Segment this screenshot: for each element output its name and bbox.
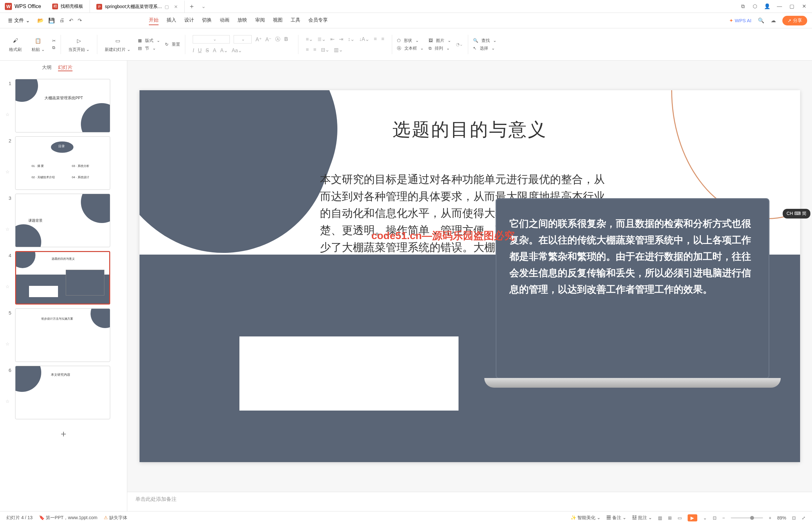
slide-viewport[interactable]: 选题的目的与意义 本文研究的目标是通过对各种功能单元进行最优的整合，从而达到对各… bbox=[127, 61, 812, 492]
align-center-button[interactable]: ≡ bbox=[381, 36, 384, 42]
align-right-button[interactable]: ≡ bbox=[306, 47, 309, 52]
menu-tab-animation[interactable]: 动画 bbox=[220, 16, 229, 25]
normal-view-icon[interactable]: ▥ bbox=[658, 515, 662, 521]
close-button[interactable]: ✕ bbox=[801, 3, 807, 10]
italic-button[interactable]: I bbox=[193, 48, 194, 53]
tab-template-store[interactable]: 稻 找稻壳模板 bbox=[46, 0, 90, 13]
font-color-button[interactable]: A⌄ bbox=[220, 47, 228, 53]
sorter-view-icon[interactable]: ⊞ bbox=[668, 515, 672, 521]
notes-area[interactable]: 单击此处添加备注 bbox=[127, 492, 812, 511]
copy-icon[interactable]: ⧉ bbox=[740, 3, 746, 10]
bullets-button[interactable]: ≡⌄ bbox=[306, 36, 313, 42]
undo-icon[interactable]: ↶ bbox=[69, 17, 73, 23]
copy-button[interactable]: ⧉ bbox=[52, 45, 56, 50]
valign-button[interactable]: ⊟⌄ bbox=[321, 47, 329, 53]
slide-canvas[interactable]: 选题的目的与意义 本文研究的目标是通过对各种功能单元进行最优的整合，从而达到对各… bbox=[139, 90, 800, 462]
thumbnail-3[interactable]: 课题背景 bbox=[15, 194, 110, 247]
share-button[interactable]: ↗分享 bbox=[782, 16, 807, 26]
zoom-level[interactable]: 89% bbox=[777, 515, 786, 521]
new-slide-button[interactable]: ▭ 新建幻灯片 ⌄ bbox=[102, 36, 133, 52]
template-source[interactable]: 🔖 第一PPT，www.1ppt.com bbox=[39, 515, 97, 521]
thumbnail-4[interactable]: 选题的目的与意义 bbox=[15, 251, 110, 305]
maximize-button[interactable]: ▢ bbox=[789, 3, 795, 10]
menu-tab-member[interactable]: 会员专享 bbox=[308, 16, 328, 25]
zoom-out-button[interactable]: − bbox=[723, 515, 725, 521]
menu-tab-transition[interactable]: 切换 bbox=[202, 16, 212, 25]
underline-button[interactable]: U bbox=[198, 48, 202, 53]
menu-tab-design[interactable]: 设计 bbox=[184, 16, 194, 25]
picture-button[interactable]: 🖼 图片 ⌄ bbox=[429, 38, 451, 44]
thumbnail-6[interactable]: 本文研究内容 bbox=[15, 366, 110, 419]
format-painter-button[interactable]: 🖌 格式刷 bbox=[6, 36, 24, 52]
slideshow-button[interactable]: ▶ bbox=[687, 514, 697, 521]
star-icon[interactable]: ☆ bbox=[5, 86, 11, 117]
thumbnail-2[interactable]: 目录 01 · 摘 要 03 · 系统分析 02 · 关键技术介绍 04 · 系… bbox=[15, 136, 110, 190]
redo-icon[interactable]: ↷ bbox=[78, 17, 82, 23]
star-icon[interactable]: ☆ bbox=[5, 201, 11, 232]
file-menu[interactable]: ☰ 文件 ⌄ bbox=[5, 16, 33, 25]
search-icon[interactable]: 🔍 bbox=[758, 17, 764, 23]
find-button[interactable]: 🔍 查找 ⌄ bbox=[473, 38, 497, 44]
indent-inc-button[interactable]: ⇥ bbox=[339, 36, 343, 42]
thumbnail-1[interactable]: 大棚蔬菜管理系统PPT bbox=[15, 79, 110, 132]
slide-title[interactable]: 选题的目的与意义 bbox=[393, 118, 547, 142]
select-button[interactable]: ↖ 选择 ⌄ bbox=[473, 46, 497, 51]
decrease-font-icon[interactable]: A⁻ bbox=[266, 36, 272, 43]
shape-button[interactable]: ⬠ 形状 ⌄ bbox=[397, 38, 424, 44]
star-icon[interactable]: ☆ bbox=[5, 258, 11, 289]
menu-tab-slideshow[interactable]: 放映 bbox=[237, 16, 247, 25]
clear-format-icon[interactable]: Ⓐ bbox=[275, 36, 280, 43]
menu-tab-start[interactable]: 开始 bbox=[149, 16, 159, 25]
cube-icon[interactable]: ⬡ bbox=[752, 3, 758, 10]
font-select[interactable]: ⌄ bbox=[193, 35, 230, 44]
textbox-button[interactable]: Ⓐ 文本框 ⌄ bbox=[397, 46, 424, 51]
section-button[interactable]: ▤ 节 ⌄ bbox=[138, 46, 160, 51]
beautify-button[interactable]: ✨ 智能美化 ⌄ bbox=[571, 515, 601, 521]
cloud-icon[interactable]: ☁ bbox=[771, 17, 776, 23]
add-tab-button[interactable]: ＋ bbox=[185, 2, 199, 11]
layout-button[interactable]: ▦ 版式 ⌄ bbox=[138, 38, 160, 44]
case-button[interactable]: Aa⌄ bbox=[232, 47, 242, 53]
highlight-button[interactable]: A bbox=[213, 48, 217, 53]
grid-icon[interactable]: ⊡ bbox=[713, 515, 717, 521]
play-current-button[interactable]: ▷ 当页开始 ⌄ bbox=[66, 36, 93, 52]
menu-tab-view[interactable]: 视图 bbox=[273, 16, 283, 25]
menu-tab-review[interactable]: 审阅 bbox=[255, 16, 265, 25]
tab-current-file[interactable]: P springboot大棚蔬菜管理系… ▢ ✕ bbox=[90, 0, 184, 13]
close-icon[interactable]: ✕ bbox=[174, 4, 178, 9]
text-dir-button[interactable]: ↓A⌄ bbox=[359, 36, 369, 42]
star-icon[interactable]: ☆ bbox=[5, 315, 11, 346]
open-icon[interactable]: 📂 bbox=[37, 17, 44, 23]
review-toggle[interactable]: ☳ 批注 ⌄ bbox=[632, 515, 652, 521]
menu-tab-insert[interactable]: 插入 bbox=[167, 16, 176, 25]
missing-font-warning[interactable]: ⚠ 缺失字体 bbox=[104, 515, 127, 521]
wps-ai-button[interactable]: ✦ WPS AI bbox=[729, 18, 751, 23]
indent-dec-button[interactable]: ⇤ bbox=[330, 36, 334, 42]
reading-view-icon[interactable]: ▭ bbox=[678, 515, 682, 521]
reset-button[interactable]: ↻ 重置 bbox=[165, 42, 180, 47]
panel-tab-outline[interactable]: 大纲 bbox=[42, 64, 52, 71]
menu-tab-tools[interactable]: 工具 bbox=[291, 16, 300, 25]
save-icon[interactable]: 💾 bbox=[48, 17, 55, 23]
print-icon[interactable]: 🖨 bbox=[59, 17, 64, 23]
thumbnail-5[interactable]: 初步设计方法与实施方案 bbox=[15, 308, 110, 362]
zoom-slider[interactable] bbox=[731, 517, 763, 519]
align-left-button[interactable]: ≡ bbox=[374, 36, 377, 42]
increase-font-icon[interactable]: A⁺ bbox=[255, 36, 262, 43]
paste-button[interactable]: 📋 粘贴 ⌄ bbox=[29, 36, 47, 52]
expand-icon[interactable]: ⤢ bbox=[802, 515, 806, 521]
dropdown-icon[interactable]: ⌄ bbox=[201, 3, 205, 9]
minimize-button[interactable]: — bbox=[776, 3, 783, 10]
numbering-button[interactable]: ≣⌄ bbox=[317, 36, 326, 42]
panel-tab-slides[interactable]: 幻灯片 bbox=[58, 64, 72, 71]
add-slide-button[interactable]: ＋ bbox=[0, 421, 127, 446]
font-size-select[interactable]: ⌄ bbox=[234, 35, 252, 44]
fill-button[interactable]: ◔⌄ bbox=[456, 42, 463, 47]
avatar-icon[interactable]: 👤 bbox=[764, 3, 770, 10]
line-spacing-button[interactable]: ↕⌄ bbox=[348, 36, 354, 42]
justify-button[interactable]: ≡ bbox=[313, 47, 316, 52]
fit-icon[interactable]: ⊡ bbox=[792, 515, 796, 521]
star-icon[interactable]: ☆ bbox=[5, 373, 11, 404]
columns-button[interactable]: ▥⌄ bbox=[334, 47, 343, 53]
bold-button[interactable]: B bbox=[284, 36, 288, 42]
